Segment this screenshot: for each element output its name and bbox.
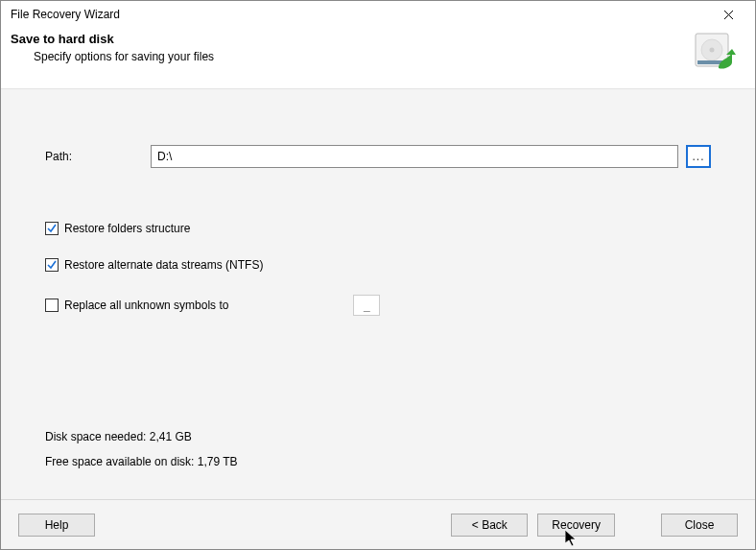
page-title: Save to hard disk [11,32,214,46]
disk-space-needed: Disk space needed: 2,41 GB [45,430,711,443]
path-input[interactable] [151,145,678,168]
back-button[interactable]: < Back [451,514,528,537]
browse-button[interactable]: ... [686,145,711,168]
restore-ads-label: Restore alternate data streams (NTFS) [64,258,263,272]
svg-point-4 [710,48,715,53]
close-icon [723,10,734,20]
close-button[interactable]: Close [661,514,738,537]
page-subtitle: Specify options for saving your files [11,50,214,63]
footer: Help < Back Recovery Close [1,499,755,549]
restore-ads-row: Restore alternate data streams (NTFS) [45,258,711,272]
wizard-window: File Recovery Wizard Save to hard disk S… [0,0,756,550]
check-icon [46,223,58,234]
path-label: Path: [45,150,151,163]
body-panel: Path: ... Restore folders structure Rest… [1,88,755,499]
header: Save to hard disk Specify options for sa… [1,28,755,88]
window-title: File Recovery Wizard [11,1,120,28]
replace-symbols-row: Replace all unknown symbols to [45,295,711,316]
help-button[interactable]: Help [18,514,95,537]
titlebar: File Recovery Wizard [1,1,755,28]
check-icon [46,259,58,271]
recovery-button[interactable]: Recovery [537,514,615,537]
restore-folders-row: Restore folders structure [45,222,711,235]
restore-folders-label: Restore folders structure [64,222,190,235]
replace-symbols-label: Replace all unknown symbols to [64,299,228,312]
restore-ads-checkbox[interactable] [45,258,59,272]
disk-space-free: Free space available on disk: 1,79 TB [45,455,711,468]
path-row: Path: ... [45,145,711,168]
replace-symbols-input[interactable] [353,295,380,316]
replace-symbols-checkbox[interactable] [45,299,59,312]
close-window-button[interactable] [709,3,747,26]
hard-disk-icon [694,32,736,75]
restore-folders-checkbox[interactable] [45,222,59,235]
